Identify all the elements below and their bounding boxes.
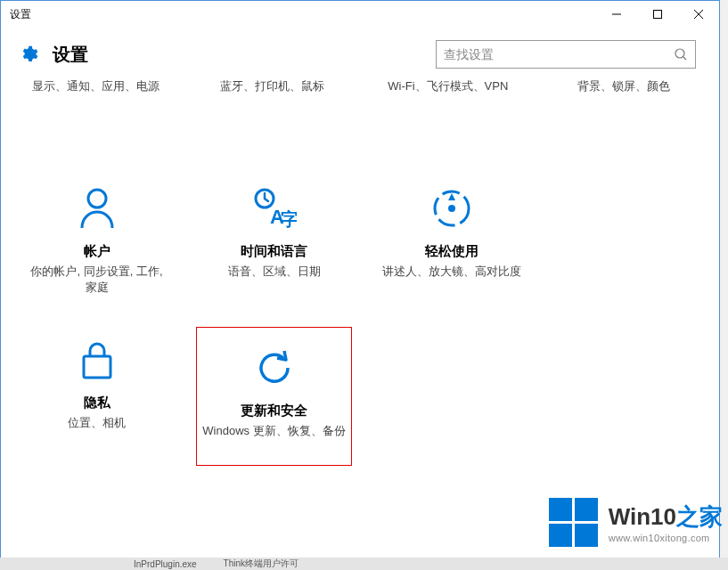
devices-desc: 蓝牙、打印机、鼠标 <box>195 77 350 95</box>
personalization-desc: 背景、锁屏、颜色 <box>547 77 702 95</box>
watermark-text: Win10之家 www.win10xitong.com <box>609 501 723 543</box>
close-icon <box>694 10 703 19</box>
category-time-language[interactable]: A 字 时间和语言 语音、区域、日期 <box>196 175 352 306</box>
title-bar: 设置 <box>1 1 719 28</box>
svg-rect-8 <box>84 356 110 378</box>
search-input[interactable] <box>444 47 674 61</box>
svg-rect-0 <box>654 11 662 19</box>
category-privacy[interactable]: 隐私 位置、相机 <box>19 327 175 466</box>
time-language-icon: A 字 <box>201 184 347 232</box>
system-desc: 显示、通知、应用、电源 <box>19 77 174 95</box>
svg-point-7 <box>448 205 455 212</box>
category-update-security[interactable]: 更新和安全 Windows 更新、恢复、备份 <box>196 327 352 466</box>
category-grid: 帐户 你的帐户, 同步设置, 工作, 家庭 A 字 时间和语言 语音、区域、日期 <box>1 158 719 484</box>
category-ease-of-access[interactable]: 轻松使用 讲述人、放大镜、高对比度 <box>373 175 529 306</box>
windows-logo-icon <box>549 498 598 547</box>
maximize-icon <box>653 10 662 19</box>
watermark-brand-accent: 之家 <box>676 503 723 530</box>
category-desc: 位置、相机 <box>24 415 169 432</box>
category-title: 帐户 <box>24 243 169 260</box>
minimize-button[interactable] <box>596 1 637 28</box>
category-title: 时间和语言 <box>201 243 347 260</box>
top-category-descriptions: 显示、通知、应用、电源 蓝牙、打印机、鼠标 Wi-Fi、飞行模式、VPN 背景、… <box>1 77 719 95</box>
watermark-url: www.win10xitong.com <box>609 533 723 543</box>
maximize-button[interactable] <box>637 1 678 28</box>
person-icon <box>24 184 169 232</box>
search-box[interactable] <box>436 40 696 69</box>
watermark: Win10之家 www.win10xitong.com <box>549 498 723 547</box>
category-title: 隐私 <box>24 395 169 411</box>
category-desc: 讲述人、放大镜、高对比度 <box>379 264 524 281</box>
minimize-icon <box>612 10 621 19</box>
category-title: 轻松使用 <box>379 243 524 260</box>
search-icon <box>674 47 688 61</box>
bg-text-left: InPrdPlugin.exe <box>134 559 197 569</box>
window-title: 设置 <box>1 7 596 22</box>
lock-icon <box>24 336 169 384</box>
category-accounts[interactable]: 帐户 你的帐户, 同步设置, 工作, 家庭 <box>19 175 175 306</box>
category-title: 更新和安全 <box>202 403 346 419</box>
network-desc: Wi-Fi、飞行模式、VPN <box>371 77 526 95</box>
svg-point-1 <box>675 49 684 58</box>
svg-point-2 <box>88 190 106 208</box>
watermark-brand-pre: Win10 <box>609 503 676 530</box>
ease-icon <box>379 184 524 232</box>
watermark-brand: Win10之家 <box>609 501 723 533</box>
category-desc: 语音、区域、日期 <box>201 264 347 281</box>
page-title: 设置 <box>53 43 436 67</box>
category-desc: Windows 更新、恢复、备份 <box>202 423 346 440</box>
settings-window: 设置 设置 显示、通知、应用、电源 蓝牙、打印机、鼠标 <box>0 0 720 566</box>
gear-icon <box>19 45 38 64</box>
category-desc: 你的帐户, 同步设置, 工作, 家庭 <box>24 264 169 297</box>
window-controls <box>596 1 719 28</box>
background-taskbar: InPrdPlugin.exe Think终端用户许可 <box>0 558 728 570</box>
svg-text:字: 字 <box>281 209 297 229</box>
close-button[interactable] <box>678 1 719 28</box>
bg-text-right: Think终端用户许可 <box>224 558 299 570</box>
header-row: 设置 <box>1 28 719 77</box>
refresh-icon <box>202 344 346 392</box>
